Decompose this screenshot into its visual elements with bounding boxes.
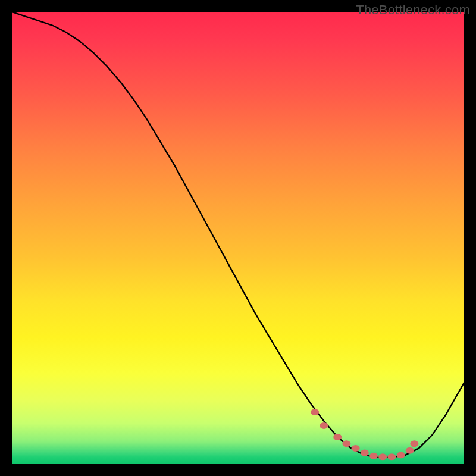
bottleneck-curve — [12, 12, 464, 458]
highlight-dot — [352, 445, 360, 452]
highlight-dot — [320, 422, 328, 429]
curve-layer — [12, 12, 464, 464]
highlight-dot — [406, 447, 414, 454]
highlight-dot — [342, 440, 350, 447]
highlight-dot — [361, 450, 369, 456]
highlight-dot — [311, 409, 319, 415]
highlight-dot — [333, 434, 342, 440]
highlight-dot — [387, 453, 396, 460]
highlight-dot — [378, 453, 387, 460]
highlight-dot — [397, 452, 405, 458]
watermark-text: TheBottleneck.com — [356, 2, 470, 18]
plot-area — [12, 12, 464, 464]
chart-frame: TheBottleneck.com — [0, 0, 476, 476]
highlight-dots — [311, 409, 418, 460]
highlight-dot — [410, 440, 418, 447]
highlight-dot — [369, 453, 378, 459]
